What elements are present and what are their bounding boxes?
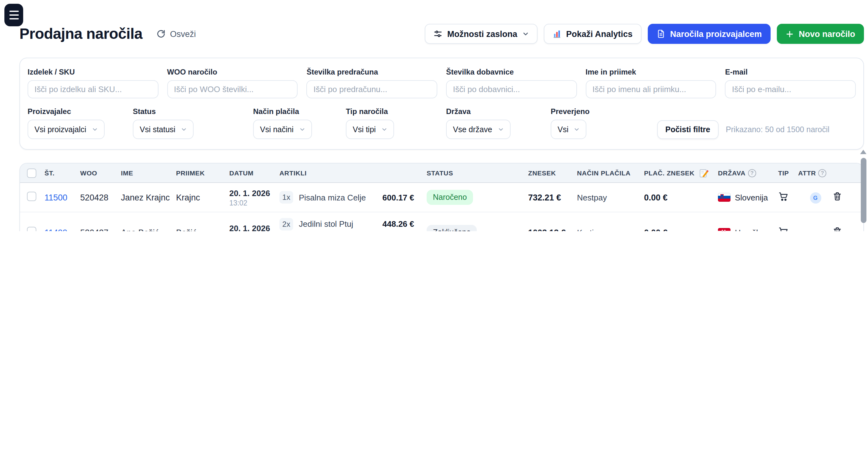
col-header-st[interactable]: ŠT.	[44, 169, 80, 177]
col-header-status[interactable]: STATUS	[427, 169, 528, 177]
supplier-orders-button[interactable]: Naročila proizvajalcem	[648, 24, 771, 44]
hamburger-menu-button[interactable]	[4, 4, 23, 26]
filter-field: Številka dobavnice	[446, 68, 577, 98]
customer-surname: Krajnc	[176, 193, 229, 202]
filter-select-field: Tip naročila Vsi tipi	[346, 107, 446, 139]
delete-order-button[interactable]	[833, 226, 842, 231]
col-header-artikli[interactable]: ARTIKLI	[279, 169, 427, 177]
col-header-znesek[interactable]: ZNESEK	[528, 169, 577, 177]
filter-select-1[interactable]: Vsi statusi	[133, 120, 194, 139]
payment-method: Kartica	[577, 228, 644, 231]
col-header-priimek[interactable]: PRIIMEK	[176, 169, 229, 177]
drzava-help-icon[interactable]: ?	[748, 169, 756, 177]
new-order-button[interactable]: Novo naročilo	[777, 24, 864, 44]
screen-options-button[interactable]: Možnosti zaslona	[425, 24, 537, 44]
col-header-ime[interactable]: IME	[121, 169, 176, 177]
scroll-up-arrow[interactable]	[860, 150, 866, 154]
status-badge[interactable]: Zaključeno	[427, 225, 477, 231]
clear-filters-button[interactable]: Počisti filtre	[657, 120, 718, 139]
page-title: Prodajna naročila	[20, 25, 143, 42]
filter-input-5[interactable]	[725, 80, 856, 98]
filter-field: Izdelek / SKU	[28, 68, 158, 98]
screen-options-label: Možnosti zaslona	[447, 29, 518, 38]
attr-badge-g[interactable]: G	[810, 192, 821, 204]
order-type-cart-button[interactable]	[778, 226, 789, 231]
col-header-attr[interactable]: ATTR?	[798, 169, 833, 177]
cart-icon	[778, 226, 789, 231]
supplier-orders-label: Naročila proizvajalcem	[670, 29, 762, 38]
item-price: 600.17 €	[382, 193, 414, 202]
attr-help-icon[interactable]: ?	[818, 169, 827, 177]
col-header-datum[interactable]: DATUM	[229, 169, 279, 177]
item-price: 448.26 €	[382, 219, 414, 229]
table-scrollbar[interactable]	[860, 149, 866, 231]
paid-amount: 0.00 €	[644, 193, 699, 202]
col-header-plac-znesek[interactable]: PLAČ. ZNESEK	[644, 169, 699, 177]
col-header-drzava-label: DRŽAVA	[718, 169, 746, 177]
status-badge[interactable]: Naročeno	[427, 190, 473, 205]
filter-selects-row: Proizvajalec Vsi proizvajalci Status Vsi…	[28, 107, 856, 139]
col-header-drzava[interactable]: DRŽAVA?	[718, 169, 778, 177]
filters-panel: Izdelek / SKU WOO naročilo Številka pred…	[20, 58, 864, 150]
filter-field-label: Številka predračuna	[307, 68, 437, 76]
filter-select-label: Država	[446, 107, 551, 116]
order-date: 20. 1. 202613:02	[229, 188, 279, 207]
filter-input-3[interactable]	[446, 80, 577, 98]
order-number-link[interactable]: 11499	[44, 228, 67, 231]
delete-order-button[interactable]	[833, 191, 842, 201]
table-row[interactable]: 11499 520427 Ana Božić Božić 20. 1. 2026…	[20, 212, 863, 231]
order-number-link[interactable]: 11500	[44, 193, 67, 202]
filter-field: Ime in priimek	[585, 68, 716, 98]
filter-select-field: Država Vse države	[446, 107, 551, 139]
attr-empty: -	[814, 229, 817, 231]
chevron-down-icon	[92, 127, 97, 132]
filter-input-2[interactable]	[307, 80, 437, 98]
col-header-woo[interactable]: WOO	[80, 169, 121, 177]
filter-input-0[interactable]	[28, 80, 158, 98]
filter-select-4[interactable]: Vse države	[446, 120, 510, 139]
trash-icon	[833, 191, 842, 201]
filter-input-4[interactable]	[585, 80, 716, 98]
country-name: Hrvaška	[735, 228, 765, 231]
filter-field-label: E-mail	[725, 68, 856, 76]
refresh-button[interactable]: Osveži	[157, 29, 196, 38]
filter-select-value: Vsi tipi	[353, 125, 376, 134]
woo-number: 520427	[80, 228, 121, 231]
country-cell: Slovenija	[718, 193, 778, 202]
attr-cell: -	[798, 227, 833, 231]
filter-select-0[interactable]: Vsi proizvajalci	[28, 120, 104, 139]
show-analytics-button[interactable]: Pokaži Analytics	[544, 24, 641, 44]
select-all-checkbox[interactable]	[27, 168, 36, 178]
filter-select-5[interactable]: Vsi	[551, 120, 587, 139]
filter-input-1[interactable]	[167, 80, 298, 98]
filter-select-3[interactable]: Vsi tipi	[346, 120, 394, 139]
chevron-down-icon	[181, 127, 187, 132]
col-header-tip[interactable]: TIP	[778, 169, 798, 177]
scrollbar-thumb[interactable]	[861, 158, 866, 223]
order-amount: 1003.13 €	[528, 228, 577, 231]
item-name[interactable]: Jedilni stol Ptuj	[299, 219, 353, 229]
col-header-nacin-placila[interactable]: NAČIN PLAČILA	[577, 169, 644, 177]
col-header-attr-label: ATTR	[798, 169, 816, 177]
bar-chart-icon	[552, 29, 561, 38]
refresh-label: Osveži	[170, 29, 196, 38]
filter-field: WOO naročilo	[167, 68, 298, 98]
table-row[interactable]: 11500 520428 Janez Krajnc Krajnc 20. 1. …	[20, 183, 863, 212]
order-amount: 732.21 €	[528, 193, 577, 202]
filter-select-value: Vsi	[558, 125, 568, 134]
document-icon	[656, 29, 665, 38]
customer-name: Janez Krajnc	[121, 193, 176, 202]
row-checkbox[interactable]	[27, 191, 36, 201]
chevron-down-icon	[381, 127, 387, 132]
filter-select-value: Vsi statusi	[140, 125, 176, 134]
attr-cell: G	[798, 191, 833, 204]
order-type-cart-button[interactable]	[778, 191, 789, 202]
chevron-down-icon	[498, 127, 503, 132]
filter-select-2[interactable]: Vsi načini	[253, 120, 312, 139]
item-name[interactable]: Pisalna miza Celje	[299, 193, 366, 202]
filter-select-label: Tip naročila	[346, 107, 446, 116]
table-header-row: ŠT. WOO IME PRIIMEK DATUM ARTIKLI STATUS…	[20, 163, 863, 183]
customer-name: Ana Božić	[121, 228, 176, 231]
results-info: Prikazano: 50 od 1500 naročil	[726, 125, 830, 134]
row-checkbox[interactable]	[27, 226, 36, 231]
